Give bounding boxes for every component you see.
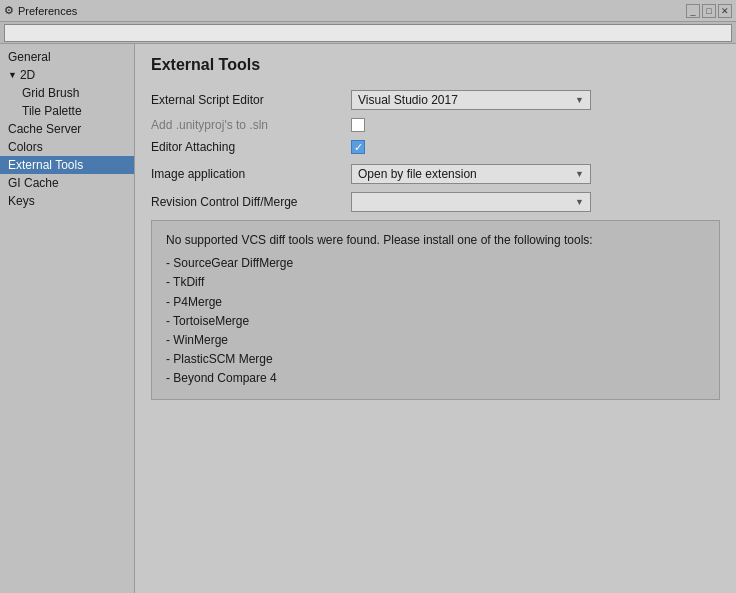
sidebar-item-cache-server[interactable]: Cache Server	[0, 120, 134, 138]
vcs-tool-2: - TkDiff	[166, 273, 705, 292]
gear-icon: ⚙	[4, 4, 14, 17]
sidebar-item-keys[interactable]: Keys	[0, 192, 134, 210]
sidebar-label-external-tools: External Tools	[8, 158, 83, 172]
editor-attaching-row: Editor Attaching	[151, 140, 720, 154]
sidebar-item-external-tools[interactable]: External Tools	[0, 156, 134, 174]
sidebar-label-gi-cache: GI Cache	[8, 176, 59, 190]
main-layout: General ▼ 2D Grid Brush Tile Palette Cac…	[0, 44, 736, 593]
add-unityproj-row: Add .unityproj's to .sln	[151, 118, 720, 132]
search-input[interactable]	[4, 24, 732, 42]
titlebar: ⚙ Preferences _ □ ✕	[0, 0, 736, 22]
sidebar-label-keys: Keys	[8, 194, 35, 208]
vcs-tool-1: - SourceGear DiffMerge	[166, 254, 705, 273]
sidebar-label-2d: 2D	[20, 68, 35, 82]
sidebar-item-2d[interactable]: ▼ 2D	[0, 66, 134, 84]
sidebar-label-tile-palette: Tile Palette	[22, 104, 82, 118]
close-button[interactable]: ✕	[718, 4, 732, 18]
image-application-label: Image application	[151, 167, 351, 181]
maximize-button[interactable]: □	[702, 4, 716, 18]
external-script-editor-row: External Script Editor Visual Studio 201…	[151, 90, 720, 110]
vcs-tool-4: - TortoiseMerge	[166, 312, 705, 331]
sidebar-item-general[interactable]: General	[0, 48, 134, 66]
vcs-tools-list: - SourceGear DiffMerge - TkDiff - P4Merg…	[166, 254, 705, 388]
sidebar-item-tile-palette[interactable]: Tile Palette	[0, 102, 134, 120]
sidebar-label-colors: Colors	[8, 140, 43, 154]
titlebar-title: Preferences	[18, 5, 77, 17]
minimize-button[interactable]: _	[686, 4, 700, 18]
expand-arrow-2d: ▼	[8, 70, 17, 80]
external-script-editor-value: Visual Studio 2017	[358, 93, 458, 107]
vcs-tool-5: - WinMerge	[166, 331, 705, 350]
external-script-editor-dropdown[interactable]: Visual Studio 2017 ▼	[351, 90, 591, 110]
vcs-tool-3: - P4Merge	[166, 293, 705, 312]
add-unityproj-label: Add .unityproj's to .sln	[151, 118, 351, 132]
sidebar: General ▼ 2D Grid Brush Tile Palette Cac…	[0, 44, 135, 593]
revision-control-dropdown[interactable]: ▼	[351, 192, 591, 212]
image-application-value: Open by file extension	[358, 167, 477, 181]
sidebar-label-cache-server: Cache Server	[8, 122, 81, 136]
vcs-info-intro: No supported VCS diff tools were found. …	[166, 233, 593, 247]
page-title: External Tools	[151, 56, 720, 74]
editor-attaching-label: Editor Attaching	[151, 140, 351, 154]
titlebar-controls: _ □ ✕	[686, 4, 732, 18]
dropdown-arrow-script-editor: ▼	[575, 95, 584, 105]
image-application-dropdown[interactable]: Open by file extension ▼	[351, 164, 591, 184]
external-script-editor-label: External Script Editor	[151, 93, 351, 107]
add-unityproj-checkbox[interactable]	[351, 118, 365, 132]
searchbar	[0, 22, 736, 44]
sidebar-item-grid-brush[interactable]: Grid Brush	[0, 84, 134, 102]
vcs-info-box: No supported VCS diff tools were found. …	[151, 220, 720, 400]
dropdown-arrow-image: ▼	[575, 169, 584, 179]
titlebar-left: ⚙ Preferences	[4, 4, 77, 17]
sidebar-item-gi-cache[interactable]: GI Cache	[0, 174, 134, 192]
dropdown-arrow-revision: ▼	[575, 197, 584, 207]
sidebar-label-general: General	[8, 50, 51, 64]
vcs-tool-6: - PlasticSCM Merge	[166, 350, 705, 369]
vcs-tool-7: - Beyond Compare 4	[166, 369, 705, 388]
editor-attaching-checkbox[interactable]	[351, 140, 365, 154]
revision-control-row: Revision Control Diff/Merge ▼	[151, 192, 720, 212]
sidebar-label-grid-brush: Grid Brush	[22, 86, 79, 100]
image-application-row: Image application Open by file extension…	[151, 164, 720, 184]
content-area: External Tools External Script Editor Vi…	[135, 44, 736, 593]
revision-control-label: Revision Control Diff/Merge	[151, 195, 351, 209]
sidebar-item-colors[interactable]: Colors	[0, 138, 134, 156]
